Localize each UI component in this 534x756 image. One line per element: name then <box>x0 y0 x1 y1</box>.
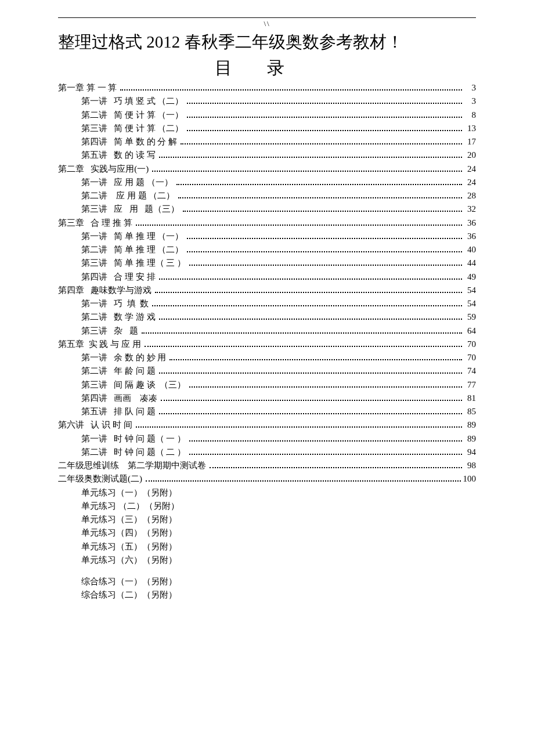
toc-entry-label: 第五章 实 践 与 应 用 <box>58 338 141 351</box>
toc-leader-dots <box>159 152 463 158</box>
toc-leader-dots <box>187 233 462 239</box>
toc-entry-label: 第一讲 简 单 推 理 （一） <box>58 230 183 243</box>
toc-leader-dots <box>136 219 463 225</box>
appendix-item: 单元练习 （二）（另附） <box>81 500 476 513</box>
toc-entry-label: 第四章 趣味数学与游戏 <box>58 284 151 297</box>
page: \\ 整理过格式 2012 春秋季二年级奥数参考教材！ 目录 第一章 算 一 算… <box>29 0 505 631</box>
toc-entry-page: 54 <box>464 284 476 297</box>
toc-entry-page: 94 <box>464 446 476 459</box>
toc-entry-label: 第四讲 简 单 数 的 分 解 <box>58 135 177 149</box>
toc-entry-page: 89 <box>464 418 476 432</box>
appendix-item: 单元练习（四）（另附） <box>81 526 476 540</box>
toc-entry-page: 36 <box>464 230 476 243</box>
toc-entry-label: 第五讲 数 的 读 写 <box>58 149 156 162</box>
toc-entry-label: 第二章 实践与应用(一) <box>58 162 149 176</box>
toc-entry-page: 100 <box>463 472 477 486</box>
toc-entry: 第四讲 简 单 数 的 分 解17 <box>58 135 476 149</box>
toc-entry: 第一讲 余 数 的 妙 用70 <box>58 351 476 364</box>
toc-entry-label: 第一讲 巧 填 数 <box>58 297 149 310</box>
toc-entry-page: 49 <box>464 270 476 284</box>
toc-leader-dots <box>187 247 462 252</box>
toc-entry-label: 第一讲 时 钟 问 题（ 一 ） <box>58 432 186 446</box>
toc-leader-dots <box>159 408 463 414</box>
page-header-mark: \\ <box>58 17 476 28</box>
toc-leader-dots <box>187 98 462 104</box>
toc-entry: 第一讲 巧 填 数54 <box>58 297 476 310</box>
toc-entry: 第二讲 简 便 计 算 （一）8 <box>58 108 476 122</box>
toc-entry-label: 二年级思维训练 第二学期期中测试卷 <box>58 459 206 472</box>
toc-entry: 第二讲 时 钟 问 题（ 二 ）94 <box>58 446 476 459</box>
appendix-item: 单元练习（五）（另附） <box>81 540 476 554</box>
toc-entry: 第一讲 时 钟 问 题（ 一 ）89 <box>58 432 476 446</box>
toc-entry-page: 81 <box>464 392 476 405</box>
toc-entry: 第二讲 年 龄 问 题74 <box>58 364 476 378</box>
toc-entry-page: 64 <box>464 324 476 338</box>
toc-entry-page: 54 <box>464 297 476 310</box>
toc-entry-page: 28 <box>464 189 476 202</box>
table-of-contents: 第一章 算 一 算3第一讲 巧 填 竖 式 （二）3第二讲 简 便 计 算 （一… <box>58 80 476 486</box>
toc-leader-dots <box>189 381 462 387</box>
toc-entry-label: 第一章 算 一 算 <box>58 81 117 95</box>
toc-entry-page: 17 <box>464 135 476 149</box>
toc-entry-label: 第三章 合 理 推 算 <box>58 216 132 230</box>
toc-entry: 第二章 实践与应用(一)24 <box>58 162 476 176</box>
toc-entry-page: 36 <box>464 216 476 230</box>
toc-entry-page: 24 <box>464 176 476 189</box>
toc-entry: 第五讲 排 队 问 题85 <box>58 405 476 418</box>
appendix-gap <box>81 567 476 575</box>
toc-leader-dots <box>120 85 462 91</box>
toc-entry-label: 第二讲 简 便 计 算 （一） <box>58 108 183 122</box>
toc-leader-dots <box>159 368 463 374</box>
toc-leader-dots <box>169 355 462 360</box>
toc-leader-dots <box>187 111 462 117</box>
toc-entry: 第四讲 画画 凑凑81 <box>58 392 476 405</box>
toc-entry: 第二讲 数 学 游 戏59 <box>58 310 476 324</box>
toc-entry-page: 59 <box>464 310 476 324</box>
toc-entry: 二年级思维训练 第二学期期中测试卷98 <box>58 459 476 472</box>
main-title: 整理过格式 2012 春秋季二年级奥数参考教材！ <box>58 28 476 54</box>
toc-leader-dots <box>178 193 462 198</box>
toc-entry-page: 3 <box>464 95 476 108</box>
toc-entry-page: 70 <box>464 338 476 351</box>
appendix-list: 单元练习（一）（另附）单元练习 （二）（另附）单元练习（三）（另附）单元练习（四… <box>58 486 476 602</box>
toc-leader-dots <box>142 327 463 333</box>
toc-entry-label: 第二讲 时 钟 问 题（ 二 ） <box>58 446 186 459</box>
toc-leader-dots <box>146 476 461 482</box>
toc-entry-label: 第五讲 排 队 问 题 <box>58 405 156 418</box>
toc-entry: 第三讲 简 单 推 理（ 三 ）44 <box>58 256 476 270</box>
toc-entry: 第二讲 应 用 题 （二）28 <box>58 189 476 202</box>
toc-entry-label: 第二讲 年 龄 问 题 <box>58 364 156 378</box>
toc-entry-label: 第四讲 画画 凑凑 <box>58 392 157 405</box>
appendix-item: 综合练习（一）（另附） <box>81 575 476 588</box>
toc-entry: 第五章 实 践 与 应 用70 <box>58 338 476 351</box>
toc-entry-page: 85 <box>464 405 476 418</box>
toc-leader-dots <box>152 301 462 306</box>
toc-entry: 第一章 算 一 算3 <box>58 81 476 95</box>
toc-leader-dots <box>189 260 462 266</box>
toc-entry-page: 8 <box>464 108 476 122</box>
toc-leader-dots <box>159 273 463 279</box>
toc-entry-label: 第二讲 数 学 游 戏 <box>58 310 156 324</box>
toc-entry-label: 第一讲 巧 填 竖 式 （二） <box>58 95 183 108</box>
appendix-item: 单元练习（一）（另附） <box>81 486 476 500</box>
toc-entry-label: 二年级奥数测试题(二) <box>58 472 142 486</box>
toc-leader-dots <box>136 422 463 428</box>
toc-entry: 第三讲 应 用 题（三）32 <box>58 202 476 216</box>
toc-entry-page: 44 <box>464 256 476 270</box>
toc-leader-dots <box>210 462 462 468</box>
toc-entry-label: 第一讲 应 用 题 （一） <box>58 176 173 189</box>
toc-leader-dots <box>161 395 462 401</box>
toc-entry: 第一讲 巧 填 竖 式 （二）3 <box>58 95 476 108</box>
toc-entry-label: 第二讲 应 用 题 （二） <box>58 189 175 202</box>
toc-leader-dots <box>181 139 462 144</box>
toc-entry: 第二讲 简 单 推 理 （二）40 <box>58 243 476 256</box>
appendix-item: 单元练习（六）（另附） <box>81 554 476 567</box>
toc-leader-dots <box>187 125 462 131</box>
appendix-item: 单元练习（三）（另附） <box>81 513 476 526</box>
toc-entry: 二年级奥数测试题(二)100 <box>58 472 476 486</box>
toc-leader-dots <box>159 314 463 320</box>
toc-entry-page: 89 <box>464 432 476 446</box>
toc-entry-page: 32 <box>464 202 476 216</box>
toc-leader-dots <box>152 165 462 171</box>
toc-entry-label: 第三讲 间 隔 趣 谈 （三） <box>58 378 186 392</box>
